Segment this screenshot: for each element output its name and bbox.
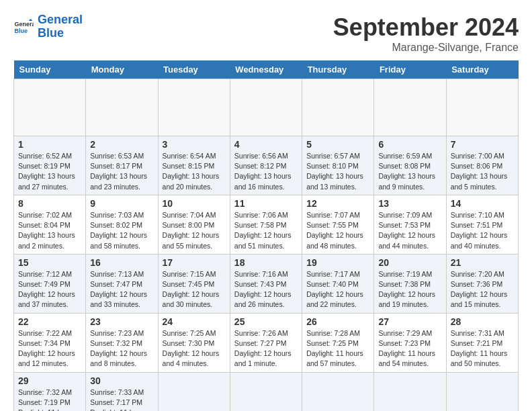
day-number: 25 bbox=[234, 316, 298, 327]
day-info: Sunrise: 6:57 AM Sunset: 8:10 PM Dayligh… bbox=[306, 151, 369, 192]
day-info: Sunrise: 7:17 AM Sunset: 7:40 PM Dayligh… bbox=[306, 269, 369, 310]
logo-text: General Blue bbox=[38, 13, 83, 40]
logo-general: General bbox=[38, 13, 83, 26]
day-number: 7 bbox=[451, 139, 514, 150]
day-info: Sunrise: 7:32 AM Sunset: 7:19 PM Dayligh… bbox=[18, 387, 81, 412]
logo-blue: Blue bbox=[38, 26, 64, 40]
calendar-cell: 7Sunrise: 7:00 AM Sunset: 8:06 PM Daylig… bbox=[446, 136, 518, 195]
day-number: 29 bbox=[18, 375, 81, 386]
calendar-cell: 17Sunrise: 7:15 AM Sunset: 7:45 PM Dayli… bbox=[158, 254, 230, 313]
calendar-cell bbox=[158, 372, 230, 411]
calendar-cell: 25Sunrise: 7:26 AM Sunset: 7:27 PM Dayli… bbox=[230, 313, 302, 372]
calendar-table: SundayMondayTuesdayWednesdayThursdayFrid… bbox=[13, 60, 519, 411]
calendar-week-row bbox=[14, 79, 519, 136]
calendar-cell: 27Sunrise: 7:29 AM Sunset: 7:23 PM Dayli… bbox=[374, 313, 446, 372]
day-number: 24 bbox=[163, 316, 226, 327]
day-number: 11 bbox=[234, 198, 298, 209]
day-number: 26 bbox=[306, 316, 369, 327]
calendar-cell bbox=[230, 372, 302, 411]
day-info: Sunrise: 7:15 AM Sunset: 7:45 PM Dayligh… bbox=[163, 269, 226, 310]
day-info: Sunrise: 7:33 AM Sunset: 7:17 PM Dayligh… bbox=[90, 387, 153, 412]
day-number: 9 bbox=[90, 198, 153, 209]
calendar-header-row: SundayMondayTuesdayWednesdayThursdayFrid… bbox=[14, 60, 519, 79]
calendar-cell: 4Sunrise: 6:56 AM Sunset: 8:12 PM Daylig… bbox=[230, 136, 302, 195]
day-info: Sunrise: 7:03 AM Sunset: 8:02 PM Dayligh… bbox=[90, 210, 153, 251]
calendar-week-row: 1Sunrise: 6:52 AM Sunset: 8:19 PM Daylig… bbox=[14, 136, 519, 195]
day-number: 23 bbox=[90, 316, 153, 327]
calendar-cell bbox=[230, 79, 302, 136]
calendar-cell: 23Sunrise: 7:23 AM Sunset: 7:32 PM Dayli… bbox=[86, 313, 158, 372]
calendar-cell: 13Sunrise: 7:09 AM Sunset: 7:53 PM Dayli… bbox=[374, 195, 446, 254]
day-number: 19 bbox=[306, 257, 369, 268]
day-info: Sunrise: 6:53 AM Sunset: 8:17 PM Dayligh… bbox=[90, 151, 153, 192]
day-info: Sunrise: 7:10 AM Sunset: 7:51 PM Dayligh… bbox=[451, 210, 514, 251]
calendar-cell: 16Sunrise: 7:13 AM Sunset: 7:47 PM Dayli… bbox=[86, 254, 158, 313]
day-number: 15 bbox=[18, 257, 81, 268]
calendar-cell: 6Sunrise: 6:59 AM Sunset: 8:08 PM Daylig… bbox=[374, 136, 446, 195]
calendar-week-row: 22Sunrise: 7:22 AM Sunset: 7:34 PM Dayli… bbox=[14, 313, 519, 372]
day-number: 3 bbox=[163, 139, 226, 150]
day-info: Sunrise: 7:20 AM Sunset: 7:36 PM Dayligh… bbox=[451, 269, 514, 310]
calendar-cell: 18Sunrise: 7:16 AM Sunset: 7:43 PM Dayli… bbox=[230, 254, 302, 313]
day-info: Sunrise: 7:13 AM Sunset: 7:47 PM Dayligh… bbox=[90, 269, 153, 310]
calendar-cell: 11Sunrise: 7:06 AM Sunset: 7:58 PM Dayli… bbox=[230, 195, 302, 254]
page-header: General Blue General Blue September 2024… bbox=[13, 13, 519, 54]
calendar-cell: 8Sunrise: 7:02 AM Sunset: 8:04 PM Daylig… bbox=[14, 195, 86, 254]
calendar-cell bbox=[302, 372, 374, 411]
col-header-thursday: Thursday bbox=[302, 60, 374, 79]
day-number: 16 bbox=[90, 257, 153, 268]
day-info: Sunrise: 7:23 AM Sunset: 7:32 PM Dayligh… bbox=[90, 328, 153, 369]
svg-text:Blue: Blue bbox=[15, 28, 28, 34]
calendar-cell: 20Sunrise: 7:19 AM Sunset: 7:38 PM Dayli… bbox=[374, 254, 446, 313]
calendar-cell bbox=[374, 372, 446, 411]
svg-text:General: General bbox=[15, 20, 34, 27]
day-info: Sunrise: 7:19 AM Sunset: 7:38 PM Dayligh… bbox=[378, 269, 441, 310]
day-number: 21 bbox=[451, 257, 514, 268]
calendar-cell: 14Sunrise: 7:10 AM Sunset: 7:51 PM Dayli… bbox=[446, 195, 518, 254]
day-info: Sunrise: 6:56 AM Sunset: 8:12 PM Dayligh… bbox=[234, 151, 298, 192]
day-info: Sunrise: 7:04 AM Sunset: 8:00 PM Dayligh… bbox=[163, 210, 226, 251]
day-number: 20 bbox=[378, 257, 441, 268]
day-info: Sunrise: 7:12 AM Sunset: 7:49 PM Dayligh… bbox=[18, 269, 81, 310]
calendar-cell bbox=[302, 79, 374, 136]
calendar-week-row: 8Sunrise: 7:02 AM Sunset: 8:04 PM Daylig… bbox=[14, 195, 519, 254]
calendar-cell bbox=[86, 79, 158, 136]
day-number: 13 bbox=[378, 198, 441, 209]
calendar-cell: 26Sunrise: 7:28 AM Sunset: 7:25 PM Dayli… bbox=[302, 313, 374, 372]
day-number: 22 bbox=[18, 316, 81, 327]
calendar-cell: 2Sunrise: 6:53 AM Sunset: 8:17 PM Daylig… bbox=[86, 136, 158, 195]
day-number: 8 bbox=[18, 198, 81, 209]
day-info: Sunrise: 7:22 AM Sunset: 7:34 PM Dayligh… bbox=[18, 328, 81, 369]
calendar-cell: 28Sunrise: 7:31 AM Sunset: 7:21 PM Dayli… bbox=[446, 313, 518, 372]
day-number: 17 bbox=[163, 257, 226, 268]
day-number: 10 bbox=[163, 198, 226, 209]
calendar-week-row: 15Sunrise: 7:12 AM Sunset: 7:49 PM Dayli… bbox=[14, 254, 519, 313]
day-info: Sunrise: 7:28 AM Sunset: 7:25 PM Dayligh… bbox=[306, 328, 369, 369]
day-number: 5 bbox=[306, 139, 369, 150]
col-header-saturday: Saturday bbox=[446, 60, 518, 79]
month-title: September 2024 bbox=[333, 13, 519, 42]
day-info: Sunrise: 7:02 AM Sunset: 8:04 PM Dayligh… bbox=[18, 210, 81, 251]
col-header-monday: Monday bbox=[86, 60, 158, 79]
day-info: Sunrise: 6:52 AM Sunset: 8:19 PM Dayligh… bbox=[18, 151, 81, 192]
day-info: Sunrise: 7:06 AM Sunset: 7:58 PM Dayligh… bbox=[234, 210, 298, 251]
day-info: Sunrise: 6:54 AM Sunset: 8:15 PM Dayligh… bbox=[163, 151, 226, 192]
title-section: September 2024 Marange-Silvange, France bbox=[333, 13, 519, 54]
day-info: Sunrise: 6:59 AM Sunset: 8:08 PM Dayligh… bbox=[378, 151, 441, 192]
day-info: Sunrise: 7:29 AM Sunset: 7:23 PM Dayligh… bbox=[378, 328, 441, 369]
day-number: 18 bbox=[234, 257, 298, 268]
day-number: 1 bbox=[18, 139, 81, 150]
calendar-cell bbox=[374, 79, 446, 136]
col-header-wednesday: Wednesday bbox=[230, 60, 302, 79]
calendar-cell: 3Sunrise: 6:54 AM Sunset: 8:15 PM Daylig… bbox=[158, 136, 230, 195]
day-number: 2 bbox=[90, 139, 153, 150]
calendar-cell: 29Sunrise: 7:32 AM Sunset: 7:19 PM Dayli… bbox=[14, 372, 86, 411]
day-info: Sunrise: 7:16 AM Sunset: 7:43 PM Dayligh… bbox=[234, 269, 298, 310]
day-info: Sunrise: 7:00 AM Sunset: 8:06 PM Dayligh… bbox=[451, 151, 514, 192]
day-number: 6 bbox=[378, 139, 441, 150]
calendar-cell: 30Sunrise: 7:33 AM Sunset: 7:17 PM Dayli… bbox=[86, 372, 158, 411]
col-header-tuesday: Tuesday bbox=[158, 60, 230, 79]
location: Marange-Silvange, France bbox=[333, 42, 519, 54]
day-info: Sunrise: 7:07 AM Sunset: 7:55 PM Dayligh… bbox=[306, 210, 369, 251]
calendar-cell: 21Sunrise: 7:20 AM Sunset: 7:36 PM Dayli… bbox=[446, 254, 518, 313]
